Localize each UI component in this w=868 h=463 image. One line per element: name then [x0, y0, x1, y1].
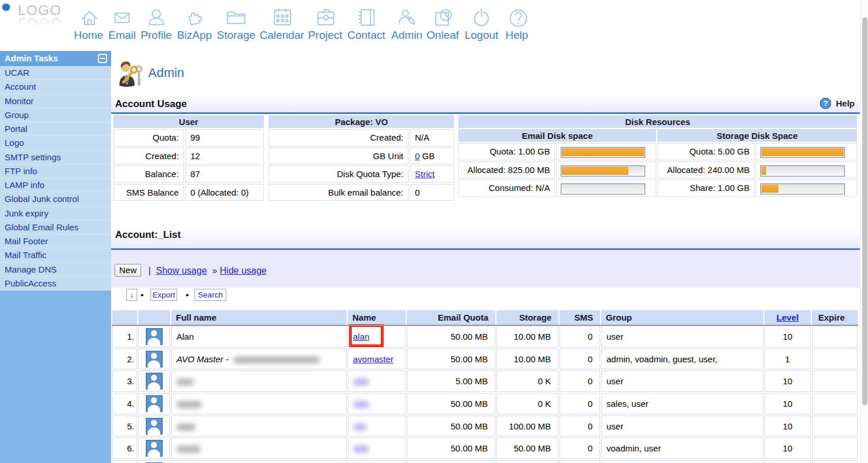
svg-text:?: ? — [823, 99, 828, 108]
